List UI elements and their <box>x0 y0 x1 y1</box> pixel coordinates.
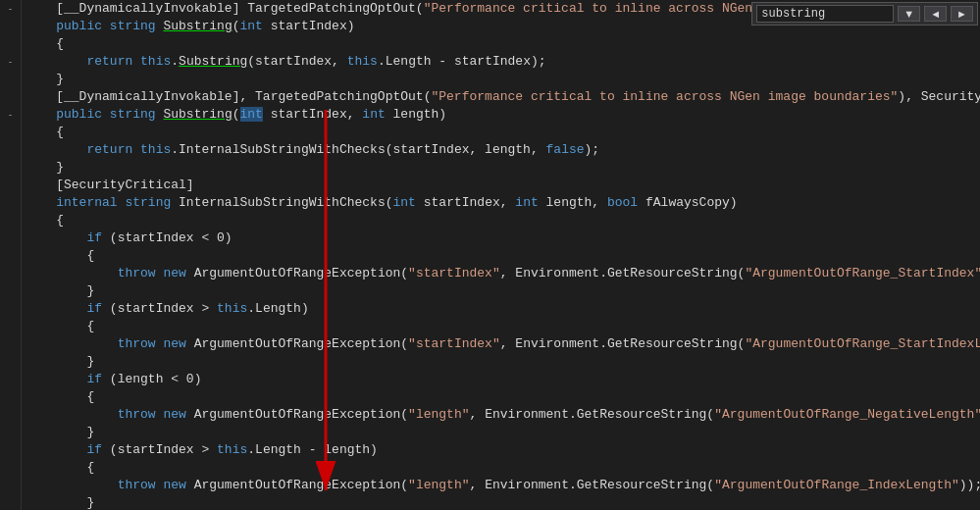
gutter-space-2 <box>3 35 19 53</box>
gutter-space-3 <box>3 71 19 88</box>
line-text-25: } <box>26 424 94 441</box>
line-text-8: { <box>26 124 64 141</box>
line-text-17: } <box>26 282 94 300</box>
line-text-18: if (startIndex > this.Length) <box>26 300 309 318</box>
gutter-space-7 <box>3 159 19 177</box>
gutter-collapse-2[interactable]: - <box>3 53 19 71</box>
code-line-12: internal string InternalSubStringWithChe… <box>22 194 980 212</box>
search-prev-button[interactable]: ◄ <box>924 6 947 22</box>
code-line-3: { <box>22 35 980 53</box>
gutter: - - - <box>0 0 22 510</box>
code-line-11: [SecurityCritical] <box>22 177 980 194</box>
editor-container: - - - <box>0 0 980 510</box>
prev-icon: ◄ <box>930 8 941 20</box>
gutter-space-18 <box>3 353 19 371</box>
gutter-space-25 <box>3 477 19 494</box>
gutter-space-8 <box>3 177 19 194</box>
line-text-1: [__DynamicallyInvokable] TargetedPatchin… <box>26 0 776 18</box>
line-text-26: if (startIndex > this.Length - length) <box>26 441 378 459</box>
line-text-4: return this.Substring(startIndex, this.L… <box>26 53 546 71</box>
code-line-8: { <box>22 124 980 141</box>
code-line-17: } <box>22 282 980 300</box>
code-line-16: throw new ArgumentOutOfRangeException("s… <box>22 265 980 282</box>
line-text-16: throw new ArgumentOutOfRangeException("s… <box>26 265 980 282</box>
line-text-2: public string Substring(int startIndex) <box>26 18 355 35</box>
code-line-15: { <box>22 247 980 265</box>
line-text-27: { <box>26 459 94 477</box>
code-line-10: } <box>22 159 980 177</box>
code-line-28: throw new ArgumentOutOfRangeException("l… <box>22 477 980 494</box>
line-text-12: internal string InternalSubStringWithChe… <box>26 194 738 212</box>
gutter-space-14 <box>3 282 19 300</box>
gutter-space-1 <box>3 18 19 35</box>
dropdown-arrow-icon: ▼ <box>903 8 914 20</box>
search-box: ▼ ◄ ► <box>751 2 978 26</box>
code-line-26: if (startIndex > this.Length - length) <box>22 441 980 459</box>
line-text-19: { <box>26 318 94 335</box>
line-text-15: { <box>26 247 94 265</box>
gutter-space-6 <box>3 141 19 159</box>
gutter-space-16 <box>3 318 19 335</box>
gutter-space-22 <box>3 424 19 441</box>
next-icon: ► <box>956 8 967 20</box>
code-line-27: { <box>22 459 980 477</box>
code-line-4: return this.Substring(startIndex, this.L… <box>22 53 980 71</box>
code-line-21: } <box>22 353 980 371</box>
gutter-space-17 <box>3 335 19 353</box>
search-input[interactable] <box>756 5 894 23</box>
gutter-space-11 <box>3 230 19 247</box>
line-text-21: } <box>26 353 94 371</box>
search-dropdown-button[interactable]: ▼ <box>898 6 920 22</box>
line-text-28: throw new ArgumentOutOfRangeException("l… <box>26 477 980 494</box>
code-line-20: throw new ArgumentOutOfRangeException("s… <box>22 335 980 353</box>
line-text-29: } <box>26 494 94 510</box>
gutter-space-4 <box>3 88 19 106</box>
gutter-space-9 <box>3 194 19 212</box>
line-text-23: { <box>26 388 94 406</box>
gutter-space-20 <box>3 388 19 406</box>
code-line-19: { <box>22 318 980 335</box>
line-text-9: return this.InternalSubStringWithChecks(… <box>26 141 599 159</box>
code-line-22: if (length < 0) <box>22 371 980 388</box>
gutter-space-23 <box>3 441 19 459</box>
gutter-space-5 <box>3 124 19 141</box>
code-line-14: if (startIndex < 0) <box>22 230 980 247</box>
gutter-collapse-3[interactable]: - <box>3 106 19 124</box>
line-text-14: if (startIndex < 0) <box>26 230 232 247</box>
gutter-space-10 <box>3 212 19 230</box>
line-text-5: } <box>26 71 64 88</box>
line-text-24: throw new ArgumentOutOfRangeException("l… <box>26 406 980 424</box>
line-text-3: { <box>26 35 64 53</box>
line-text-6: [__DynamicallyInvokable], TargetedPatchi… <box>26 88 980 106</box>
code-line-23: { <box>22 388 980 406</box>
line-text-7: public string Substring(int startIndex, … <box>26 106 446 124</box>
line-text-10: } <box>26 159 64 177</box>
line-text-11: [SecurityCritical] <box>26 177 194 194</box>
code-line-29: } <box>22 494 980 510</box>
code-line-24: throw new ArgumentOutOfRangeException("l… <box>22 406 980 424</box>
gutter-space-24 <box>3 459 19 477</box>
line-text-22: if (length < 0) <box>26 371 201 388</box>
gutter-space-19 <box>3 371 19 388</box>
code-area: [__DynamicallyInvokable] TargetedPatchin… <box>22 0 980 510</box>
code-line-7: public string Substring(int startIndex, … <box>22 106 980 124</box>
search-next-button[interactable]: ► <box>951 6 973 22</box>
gutter-collapse-1[interactable]: - <box>3 0 19 18</box>
gutter-space-15 <box>3 300 19 318</box>
code-line-25: } <box>22 424 980 441</box>
gutter-space-13 <box>3 265 19 282</box>
line-text-13: { <box>26 212 64 230</box>
code-line-6: [__DynamicallyInvokable], TargetedPatchi… <box>22 88 980 106</box>
gutter-space-21 <box>3 406 19 424</box>
gutter-space-12 <box>3 247 19 265</box>
code-lines: [__DynamicallyInvokable] TargetedPatchin… <box>22 0 980 510</box>
code-line-5: } <box>22 71 980 88</box>
code-line-18: if (startIndex > this.Length) <box>22 300 980 318</box>
line-text-20: throw new ArgumentOutOfRangeException("s… <box>26 335 980 353</box>
code-line-13: { <box>22 212 980 230</box>
code-line-9: return this.InternalSubStringWithChecks(… <box>22 141 980 159</box>
